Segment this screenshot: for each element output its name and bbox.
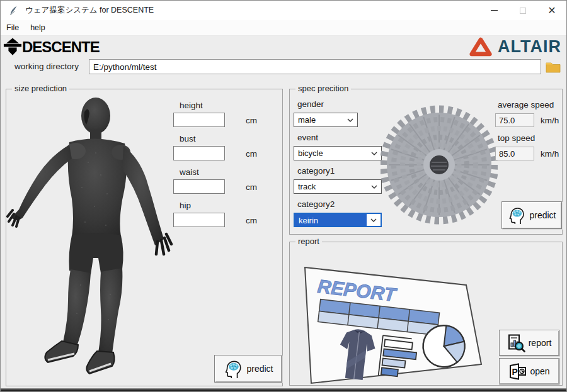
document-magnifier-icon	[507, 334, 525, 352]
waist-label: waist	[180, 167, 199, 177]
descente-mark-icon	[3, 38, 22, 56]
category1-label: category1	[297, 166, 335, 176]
event-select[interactable]: bicycle	[294, 146, 382, 160]
height-unit: cm	[246, 116, 257, 125]
report-illustration: REPORT	[295, 250, 485, 384]
event-label: event	[297, 133, 318, 142]
category1-select[interactable]: track	[294, 179, 382, 194]
app-window: ウェア提案システム for DESCENTE ✕ File help DESCE…	[0, 0, 567, 392]
spec-predict-button[interactable]: predict	[501, 201, 562, 229]
altair-wordmark: ALTAIR	[498, 37, 561, 57]
window-bottom-edge	[1, 388, 566, 391]
height-label: height	[180, 101, 203, 110]
spec-predict-label: predict	[529, 210, 556, 220]
waist-input[interactable]	[173, 179, 225, 194]
descente-wordmark: DESCENTE	[22, 38, 100, 56]
category2-select[interactable]: keirin	[294, 213, 382, 227]
height-input[interactable]	[173, 113, 225, 127]
svg-text:P: P	[512, 367, 518, 377]
hip-input[interactable]	[173, 213, 225, 227]
open-button-label: open	[530, 366, 549, 376]
title-bar: ウェア提案システム for DESCENTE ✕	[1, 1, 566, 20]
waist-unit: cm	[246, 182, 257, 192]
python-feather-icon	[9, 5, 19, 16]
category2-label: category2	[297, 199, 335, 209]
category2-value: keirin	[295, 214, 367, 226]
event-value: bicycle	[294, 147, 367, 160]
hip-unit: cm	[246, 216, 257, 225]
ai-head-brain-icon	[507, 206, 526, 225]
average-speed-unit: km/h	[541, 116, 559, 125]
working-directory-label: working directory	[14, 62, 79, 71]
top-speed-label: top speed	[498, 133, 535, 143]
chevron-down-icon	[367, 214, 381, 226]
top-speed-value: 85.0	[495, 147, 534, 160]
open-button[interactable]: P open	[499, 358, 559, 384]
size-prediction-group: size prediction	[6, 89, 283, 386]
body-scan-image	[6, 93, 175, 384]
top-speed-unit: km/h	[541, 149, 559, 159]
chevron-down-icon	[343, 113, 357, 126]
gender-select[interactable]: male	[294, 113, 358, 127]
descente-logo: DESCENTE	[3, 38, 100, 56]
altair-logo: ALTAIR	[469, 36, 561, 57]
report-button-label: report	[529, 338, 552, 348]
menu-file[interactable]: File	[1, 21, 25, 34]
chevron-down-icon	[367, 180, 381, 193]
gender-value: male	[294, 113, 343, 126]
powerpoint-icon: P	[508, 363, 527, 380]
working-directory-input[interactable]	[89, 59, 541, 74]
menu-help[interactable]: help	[25, 21, 51, 34]
report-title: report	[295, 237, 322, 246]
window-title: ウェア提案システム for DESCENTE	[25, 5, 154, 16]
size-prediction-title: size prediction	[12, 84, 69, 93]
cassette-gear-image	[381, 99, 498, 230]
minimize-button[interactable]	[479, 1, 508, 20]
close-button[interactable]: ✕	[537, 1, 566, 20]
menu-bar: File help	[1, 20, 566, 36]
bust-input[interactable]	[173, 146, 225, 160]
bust-label: bust	[180, 134, 196, 143]
hip-label: hip	[180, 201, 191, 210]
close-icon: ✕	[547, 6, 556, 16]
spec-precition-group: spec precition gender male event bicycle…	[289, 89, 563, 235]
average-speed-value: 75.0	[495, 113, 534, 127]
maximize-icon	[520, 8, 526, 14]
maximize-button[interactable]	[508, 1, 537, 20]
folder-icon	[546, 61, 561, 73]
bust-unit: cm	[246, 149, 257, 159]
report-button[interactable]: report	[499, 330, 559, 356]
spec-precition-title: spec precition	[295, 84, 351, 93]
window-controls: ✕	[479, 1, 566, 20]
chevron-down-icon	[367, 147, 381, 160]
minimize-icon	[491, 10, 498, 11]
average-speed-label: average speed	[498, 100, 554, 109]
size-predict-button[interactable]: predict	[214, 355, 282, 383]
ai-head-brain-icon	[223, 359, 243, 379]
browse-folder-button[interactable]	[544, 59, 562, 74]
altair-triangle-icon	[469, 36, 493, 57]
size-predict-label: predict	[246, 364, 273, 374]
gender-label: gender	[297, 99, 324, 109]
category1-value: track	[294, 180, 367, 193]
report-group: report REPORT	[289, 242, 563, 386]
